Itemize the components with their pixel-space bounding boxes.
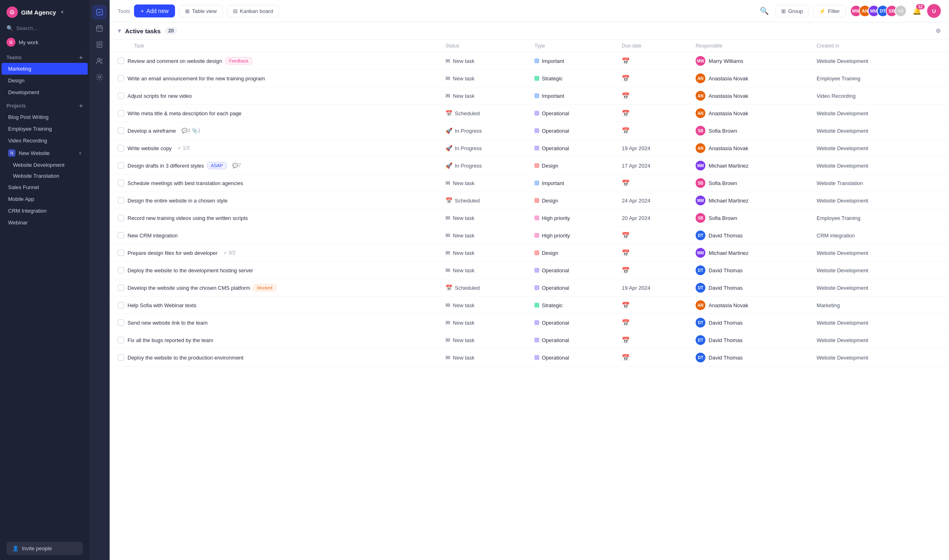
created-in-text: Website Development [817,110,868,116]
type-dot [534,355,539,360]
sidebar-item-sales-funnel[interactable]: Sales Funnel [2,181,88,193]
sidebar-subitem-website-translation[interactable]: Website Translation [0,170,89,181]
svg-rect-1 [97,26,102,31]
created-in-cell: Website Development [812,314,930,332]
type-text: Design [542,163,558,169]
rail-icon-calendar[interactable] [92,21,107,36]
responsible-avatar: AN [696,300,705,310]
task-checkbox[interactable] [118,75,124,82]
task-checkbox[interactable] [118,302,124,308]
task-checkbox[interactable] [118,197,124,204]
task-checkbox[interactable] [118,267,124,274]
sidebar-item-blog-post-writing[interactable]: Blog Post Writing [2,111,88,123]
sidebar-item-marketing[interactable]: Marketing [2,63,88,75]
table-row[interactable]: Review and comment on website design Fee… [110,52,949,70]
sidebar-item-design[interactable]: Design [2,75,88,86]
kanban-board-button[interactable]: ⊟ Kanban board [227,5,279,17]
table-row[interactable]: Prepare design files for web developer ✓… [110,244,949,262]
section-toggle[interactable]: ▾ Active tasks 20 ⚙ [118,27,941,34]
sidebar-item-development[interactable]: Development [2,86,88,98]
app-logo[interactable]: G GIM Agency ▾ [0,0,89,22]
table-row[interactable]: Deploy the website to the development ho… [110,262,949,279]
user-avatar[interactable]: U [927,4,941,18]
add-new-button[interactable]: + Add new [134,4,175,17]
rail-icon-notes[interactable] [92,37,107,52]
table-view-button[interactable]: ⊞ Table view [179,5,223,17]
task-checkbox[interactable] [118,232,124,239]
due-date-cell: 📅 [617,105,691,122]
sidebar-item-employee-training[interactable]: Employee Training [2,123,88,135]
table-row[interactable]: Help Sofia with Webinar texts ✉ New task… [110,297,949,314]
task-checkbox[interactable] [118,337,124,343]
due-date-empty: 📅 [622,319,630,326]
responsible-name: Michael Martinez [709,250,748,256]
table-row[interactable]: Write meta title & meta description for … [110,105,949,122]
row-settings-cell [930,349,949,366]
row-settings-cell [930,140,949,157]
col-settings [930,40,949,52]
teams-add-icon[interactable]: + [79,54,83,61]
table-row[interactable]: Fix all the bugs reported by the team ✉ … [110,332,949,349]
table-row[interactable]: Write an email announcement for the new … [110,70,949,87]
type-text: Operational [542,110,569,116]
task-checkbox[interactable] [118,162,124,169]
table-row[interactable]: Design drafts in 3 different styles ASAP… [110,157,949,174]
row-settings-cell [930,227,949,244]
rail-icon-tasks[interactable] [92,5,107,19]
task-checkbox[interactable] [118,127,124,134]
due-date-cell: 📅 [617,332,691,349]
table-row[interactable]: New CRM integration ✉ New task High prio… [110,227,949,244]
type-text: Design [542,198,558,204]
table-row[interactable]: Record new training videos using the wri… [110,209,949,227]
search-bar[interactable]: 🔍 Search... [0,22,89,34]
table-row[interactable]: Develop a wireframe 💬3 📎1 🚀 In Progress … [110,122,949,140]
type-cell: Important [530,52,617,70]
task-checkbox[interactable] [118,354,124,361]
table-row[interactable]: Design the entire website in a chosen st… [110,192,949,209]
table-row[interactable]: Adjust scripts for new video ✉ New task … [110,87,949,105]
sidebar-item-mobile-app[interactable]: Mobile App [2,193,88,205]
task-checkbox[interactable] [118,58,124,64]
task-checkbox[interactable] [118,215,124,221]
responsible-cell: MM Michael Martinez [691,157,812,174]
table-row[interactable]: Deploy the website to the production env… [110,349,949,366]
avatars-stack[interactable]: MW AN MM DT SB +3 [850,5,907,17]
responsible-avatar: DT [696,318,705,327]
task-checkbox[interactable] [118,93,124,99]
rail-icon-settings[interactable] [92,70,107,84]
task-checkbox[interactable] [118,110,124,116]
projects-add-icon[interactable]: + [79,102,83,110]
sidebar-item-crm-integration[interactable]: CRM Integration [2,205,88,217]
type-dot [534,233,539,238]
sidebar-subitem-website-development[interactable]: Website Development [0,159,89,170]
task-checkbox[interactable] [118,250,124,256]
invite-people-button[interactable]: 👤 Invite people [6,542,83,555]
rail-icon-people[interactable] [92,54,107,68]
section-settings-icon[interactable]: ⚙ [936,28,941,34]
table-row[interactable]: Develop the website using the chosen CMS… [110,279,949,297]
table-row[interactable]: Write website copy ✓ 1/3 🚀 In Progress O… [110,140,949,157]
task-name-text: Develop a wireframe [128,128,176,134]
sidebar-item-video-recording[interactable]: Video Recording [2,135,88,146]
created-in-cell: Employee Training [812,209,930,227]
type-cell: Operational [530,349,617,366]
sidebar-item-webinar[interactable]: Webinar [2,217,88,228]
due-date-empty: 📅 [622,180,630,187]
search-button[interactable]: 🔍 [757,4,771,18]
created-in-cell: Website Development [812,262,930,279]
filter-button[interactable]: ⚡ Filter [813,5,846,17]
sidebar-item-new-website[interactable]: N New Website ▾ [2,146,88,159]
table-row[interactable]: Schedule meetings with best translation … [110,174,949,192]
my-work-item[interactable]: U My work [0,34,89,50]
group-label: Group [788,8,803,14]
type-cell: Operational [530,332,617,349]
table-row[interactable]: Send new website link to the team ✉ New … [110,314,949,332]
task-checkbox[interactable] [118,319,124,326]
notifications-button[interactable]: 🔔 12 [911,5,923,17]
task-checkbox[interactable] [118,145,124,151]
task-checkbox[interactable] [118,180,124,186]
created-in-cell: Website Development [812,122,930,140]
task-checkbox[interactable] [118,284,124,291]
group-button[interactable]: ⊞ Group [775,5,809,17]
responsible-avatar: AN [696,108,705,118]
